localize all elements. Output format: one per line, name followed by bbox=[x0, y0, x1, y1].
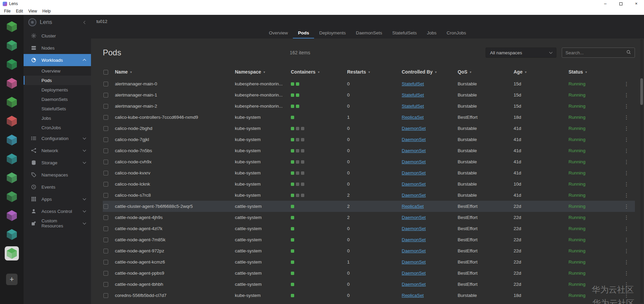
table-row[interactable]: calico-node-2bghdkube-system0DaemonSetBu… bbox=[103, 123, 635, 134]
cluster-icon[interactable] bbox=[5, 209, 19, 223]
row-checkbox[interactable] bbox=[103, 160, 108, 164]
row-checkbox[interactable] bbox=[103, 93, 108, 98]
row-checkbox[interactable] bbox=[103, 148, 108, 153]
sidebar-item-configuration[interactable]: Configuration bbox=[24, 132, 91, 144]
sidebar-item-workloads[interactable]: Workloads bbox=[24, 54, 91, 66]
controlled-by-link[interactable]: ReplicaSet bbox=[402, 293, 424, 298]
scrollbar-track[interactable] bbox=[640, 39, 643, 303]
cluster-icon-active[interactable] bbox=[5, 246, 19, 260]
menu-view[interactable]: View bbox=[26, 8, 40, 14]
row-menu-button[interactable]: ⋮ bbox=[624, 281, 629, 287]
table-row[interactable]: cattle-node-agent-972pzcattle-system0Dae… bbox=[103, 245, 635, 256]
table-row[interactable]: calico-node-cvh9xkube-system0DaemonSetBu… bbox=[103, 156, 635, 167]
table-row[interactable]: cattle-node-agent-ppbs9cattle-system0Dae… bbox=[103, 268, 635, 279]
table-row[interactable]: cattle-node-agent-kcmz6cattle-system1Dae… bbox=[103, 256, 635, 268]
row-menu-button[interactable]: ⋮ bbox=[624, 92, 629, 98]
row-menu-button[interactable]: ⋮ bbox=[624, 237, 629, 243]
tab-jobs[interactable]: Jobs bbox=[422, 28, 442, 38]
select-all-checkbox[interactable] bbox=[103, 70, 108, 75]
cluster-icon[interactable] bbox=[5, 133, 19, 147]
row-menu-button[interactable]: ⋮ bbox=[624, 137, 629, 142]
sidebar-collapse-button[interactable] bbox=[84, 21, 86, 24]
sidebar-item-apps[interactable]: Apps bbox=[24, 193, 91, 205]
table-row[interactable]: calico-node-7gjklkube-system0DaemonSetBu… bbox=[103, 134, 635, 145]
cluster-icon[interactable] bbox=[5, 38, 19, 53]
row-menu-button[interactable]: ⋮ bbox=[624, 215, 629, 220]
row-menu-button[interactable]: ⋮ bbox=[624, 248, 629, 254]
table-row[interactable]: cattle-node-agent-tbhbhcattle-system0Dae… bbox=[103, 279, 635, 290]
cluster-icon[interactable] bbox=[5, 227, 19, 242]
controlled-by-link[interactable]: DaemonSet bbox=[402, 271, 426, 276]
cluster-icon[interactable] bbox=[5, 171, 19, 185]
minimize-button[interactable]: – bbox=[597, 0, 613, 7]
row-checkbox[interactable] bbox=[103, 115, 108, 120]
controlled-by-link[interactable]: DaemonSet bbox=[402, 248, 426, 253]
row-checkbox[interactable] bbox=[103, 137, 108, 142]
controlled-by-link[interactable]: DaemonSet bbox=[402, 159, 426, 164]
table-row[interactable]: cattle-node-agent-4jh9scattle-system2Dae… bbox=[103, 212, 635, 223]
controlled-by-link[interactable]: StatefulSet bbox=[402, 81, 424, 86]
tab-deployments[interactable]: Deployments bbox=[314, 28, 351, 38]
sidebar-item-pods[interactable]: Pods bbox=[24, 76, 91, 85]
row-checkbox[interactable] bbox=[103, 226, 108, 231]
controlled-by-link[interactable]: DaemonSet bbox=[402, 126, 426, 131]
menu-help[interactable]: Help bbox=[40, 8, 54, 14]
tab-overview[interactable]: Overview bbox=[264, 28, 293, 38]
sidebar-item-cluster[interactable]: Cluster bbox=[24, 30, 91, 42]
scrollbar-thumb[interactable] bbox=[640, 78, 643, 105]
tab-statefulsets[interactable]: StatefulSets bbox=[387, 28, 422, 38]
row-menu-button[interactable]: ⋮ bbox=[624, 126, 629, 131]
sidebar-item-namespaces[interactable]: Namespaces bbox=[24, 169, 91, 181]
column-header-controlled-by[interactable]: Controlled By▾ bbox=[402, 69, 458, 75]
row-checkbox[interactable] bbox=[103, 238, 108, 242]
row-checkbox[interactable] bbox=[103, 182, 108, 187]
table-row[interactable]: calico-node-kvxrvkube-system0DaemonSetBu… bbox=[103, 167, 635, 178]
namespace-filter-select[interactable]: All namespaces bbox=[486, 48, 556, 58]
cluster-icon[interactable] bbox=[5, 57, 19, 72]
sidebar-item-deployments[interactable]: Deployments bbox=[24, 85, 91, 94]
row-checkbox[interactable] bbox=[103, 249, 108, 253]
search-input[interactable] bbox=[565, 50, 626, 55]
sidebar-item-daemonsets[interactable]: DaemonSets bbox=[24, 94, 91, 104]
row-menu-button[interactable]: ⋮ bbox=[624, 293, 629, 298]
tab-daemonsets[interactable]: DaemonSets bbox=[351, 28, 387, 38]
column-header-status[interactable]: Status▾ bbox=[569, 69, 621, 75]
row-checkbox[interactable] bbox=[103, 271, 108, 276]
cluster-icon[interactable] bbox=[5, 76, 19, 90]
row-menu-button[interactable]: ⋮ bbox=[624, 159, 629, 165]
row-checkbox[interactable] bbox=[103, 126, 108, 131]
column-header-age[interactable]: Age▾ bbox=[514, 69, 569, 75]
table-row[interactable]: alertmanager-main-1kubesphere-monitorin.… bbox=[103, 89, 635, 101]
sidebar-item-access-control[interactable]: Access Control bbox=[24, 205, 91, 217]
row-checkbox[interactable] bbox=[103, 260, 108, 265]
sidebar-item-nodes[interactable]: Nodes bbox=[24, 42, 91, 54]
menu-file[interactable]: File bbox=[1, 8, 13, 14]
maximize-button[interactable] bbox=[613, 0, 628, 7]
row-checkbox[interactable] bbox=[103, 293, 108, 298]
controlled-by-link[interactable]: DaemonSet bbox=[402, 137, 426, 142]
sidebar-item-cronjobs[interactable]: CronJobs bbox=[24, 123, 91, 132]
tab-pods[interactable]: Pods bbox=[293, 28, 314, 38]
row-menu-button[interactable]: ⋮ bbox=[624, 114, 629, 120]
table-row[interactable]: cattle-cluster-agent-7b6f6688c5-2wqr5cat… bbox=[103, 201, 635, 212]
row-menu-button[interactable]: ⋮ bbox=[624, 81, 629, 87]
close-button[interactable]: × bbox=[628, 0, 644, 7]
controlled-by-link[interactable]: StatefulSet bbox=[402, 92, 424, 98]
controlled-by-link[interactable]: DaemonSet bbox=[402, 182, 426, 187]
controlled-by-link[interactable]: DaemonSet bbox=[402, 226, 426, 231]
sidebar-item-events[interactable]: Events bbox=[24, 181, 91, 193]
controlled-by-link[interactable]: DaemonSet bbox=[402, 259, 426, 265]
add-cluster-button[interactable]: + bbox=[6, 274, 18, 285]
sidebar-item-overview[interactable]: Overview bbox=[24, 66, 91, 76]
row-checkbox[interactable] bbox=[103, 104, 108, 109]
controlled-by-link[interactable]: DaemonSet bbox=[402, 282, 426, 287]
column-header-name[interactable]: Name▾ bbox=[115, 69, 235, 75]
sidebar-item-custom-resources[interactable]: Custom Resources bbox=[24, 217, 91, 229]
sidebar-item-storage[interactable]: Storage bbox=[24, 157, 91, 169]
controlled-by-link[interactable]: ReplicaSet bbox=[402, 204, 424, 209]
column-header-containers[interactable]: Containers▾ bbox=[291, 69, 347, 75]
row-checkbox[interactable] bbox=[103, 171, 108, 175]
column-header-restarts[interactable]: Restarts▾ bbox=[347, 69, 402, 75]
sidebar-item-network[interactable]: Network bbox=[24, 144, 91, 157]
tab-cronjobs[interactable]: CronJobs bbox=[441, 28, 471, 38]
